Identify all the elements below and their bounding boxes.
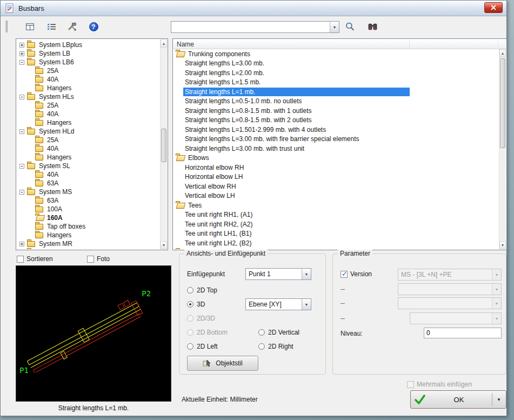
tree-item[interactable]: 40A (17, 75, 160, 84)
list-item[interactable]: Elbows (173, 154, 499, 163)
tree-item[interactable]: 40A (17, 144, 160, 153)
ok-button[interactable]: OK ▼ (410, 390, 506, 409)
checkbox-box[interactable] (407, 381, 414, 388)
tree-item[interactable]: System SCB (17, 248, 160, 249)
tree-item[interactable]: System HLd (17, 127, 160, 136)
toolbar-grip-handle[interactable] (5, 21, 8, 32)
tree-item[interactable]: Hangers (17, 118, 160, 127)
tree-item[interactable]: 25A (17, 136, 160, 144)
tree-expander-icon[interactable] (19, 60, 24, 65)
tree-item[interactable]: System LBplus (17, 41, 160, 49)
tree-item[interactable]: Hangers (17, 153, 160, 162)
search-icon[interactable] (344, 21, 355, 32)
tree-scrollbar[interactable]: ▲ ▼ (160, 39, 167, 249)
list-item[interactable]: Straight lengths L=1.501-2.999 mb. with … (173, 125, 499, 135)
sortieren-checkbox[interactable]: Sortieren (17, 255, 53, 263)
tree-item[interactable]: Hangers (17, 231, 160, 239)
scroll-up-icon[interactable]: ▲ (161, 39, 167, 48)
radio-circle[interactable] (187, 301, 193, 308)
scroll-down-icon[interactable]: ▼ (499, 241, 506, 249)
tree-scroll-thumb[interactable] (161, 129, 166, 162)
tree-item[interactable]: System LB6 (17, 58, 160, 66)
list-scrollbar[interactable]: ▲ ▼ (499, 49, 506, 249)
chevron-down-icon[interactable]: ▼ (302, 269, 311, 279)
scroll-up-icon[interactable]: ▲ (499, 49, 506, 57)
radio-3d[interactable]: 3D (187, 301, 205, 308)
title-bar[interactable]: Busbars (1, 1, 506, 16)
list-scroll-thumb[interactable] (500, 58, 505, 148)
panel-icon[interactable] (24, 21, 35, 32)
search-combobox[interactable]: ▼ (171, 21, 339, 33)
tree-item[interactable]: 40A (17, 110, 160, 118)
tree-item[interactable]: 25A (17, 66, 160, 75)
checkbox-box[interactable] (87, 256, 94, 263)
list-item[interactable]: Vertical elbow RH (173, 182, 499, 191)
column-header-name[interactable]: Name (173, 39, 410, 49)
foto-checkbox[interactable]: Foto (87, 255, 110, 263)
list-item[interactable]: Trunking components (173, 49, 499, 59)
list-item[interactable]: Horizontal elbow LH (173, 172, 499, 182)
tree-expander-icon[interactable] (19, 164, 24, 169)
tree-item[interactable]: 40A (17, 170, 160, 179)
radio-circle[interactable] (258, 329, 265, 336)
radio-2d-vertical[interactable]: 2D Vertical (258, 329, 299, 336)
list-item[interactable]: Tee unit right LH1, (B1) (173, 229, 499, 239)
radio-circle[interactable] (187, 287, 193, 294)
radio-2d-right[interactable]: 2D Right (258, 343, 293, 350)
ok-dropdown-arrow-icon[interactable]: ▼ (495, 397, 503, 402)
tree-item[interactable]: Tap off boxes (17, 222, 160, 231)
list-item[interactable]: Vertical elbow LH (173, 191, 499, 201)
list-item[interactable]: Straight lengths L=1.5 mb. (173, 78, 499, 88)
tree-expander-icon[interactable] (19, 242, 24, 246)
list-scroll-track[interactable] (499, 57, 506, 241)
list-item[interactable]: Crosses (173, 248, 499, 250)
checkbox-box[interactable] (17, 256, 24, 263)
radio-circle[interactable] (187, 343, 193, 350)
tree-expander-icon[interactable] (19, 129, 24, 134)
tree-expander-icon[interactable] (19, 190, 24, 195)
tree-item[interactable]: 25A (17, 101, 160, 110)
list-view-icon[interactable] (46, 21, 57, 32)
tree-item[interactable]: System MR (17, 239, 160, 248)
column-header-extra[interactable] (410, 39, 498, 49)
list-item[interactable]: Tee unit right RH1, (A1) (173, 210, 499, 220)
version-checkbox[interactable]: Version (341, 270, 372, 278)
list-item[interactable]: Straight lengths L=0.5-1.0 mb. no outlet… (173, 97, 499, 106)
tree-scroll-track[interactable] (161, 48, 167, 241)
search-input[interactable] (171, 22, 330, 32)
tree-expander-icon[interactable] (19, 95, 24, 99)
list-item[interactable]: Tee unit right RH2, (A2) (173, 219, 499, 229)
objektstil-button[interactable]: Objektstil (187, 356, 258, 371)
radio-2d-top[interactable]: 2D Top (187, 286, 217, 294)
list-item[interactable]: Tee unit right LH2, (B2) (173, 238, 499, 248)
binoculars-icon[interactable] (367, 21, 378, 32)
list-item[interactable]: Straight lengths L=3.00 mb. with fire ba… (173, 135, 499, 144)
tree-item[interactable]: System HLs (17, 92, 160, 101)
chevron-down-icon[interactable]: ▼ (330, 22, 339, 32)
list-item[interactable]: Straight lengths L=0.8-1.5 mb. with 1 ou… (173, 106, 499, 116)
tree-item[interactable]: 160A (17, 214, 160, 222)
tree-item[interactable]: System LB (17, 49, 160, 58)
list-item[interactable]: Horizontal elbow RH (173, 163, 499, 172)
tree-item[interactable]: 100A (17, 205, 160, 214)
radio-circle[interactable] (258, 343, 265, 350)
tree-item[interactable]: 63A (17, 179, 160, 188)
help-icon[interactable]: ? (88, 21, 99, 32)
list-item[interactable]: Straight lengths L=0.8-1.5 mb. with 2 ou… (173, 116, 499, 125)
niveau-input[interactable] (424, 328, 502, 338)
tools-icon[interactable] (66, 21, 77, 32)
tree-item[interactable]: System MS (17, 188, 160, 196)
einfuegepunkt-dropdown[interactable]: Punkt 1 ▼ (245, 268, 311, 280)
list-item[interactable]: Straight lengths L=3.00 mb. with trust u… (173, 144, 499, 154)
tree-item[interactable]: Hangers (17, 84, 160, 92)
list-item[interactable]: Straight lengths L=3.00 mb. (173, 59, 499, 69)
radio-2d-left[interactable]: 2D Left (187, 343, 218, 350)
ebene-dropdown[interactable]: Ebene [XY] ▼ (245, 298, 311, 310)
mehrmals-einfuegen-checkbox[interactable]: Mehrmals einfügen (407, 381, 472, 388)
list-item[interactable]: Straight lengths L=1 mb. (173, 87, 499, 97)
list-item[interactable]: Tees (173, 201, 499, 210)
checkbox-box[interactable] (341, 271, 348, 278)
tree-expander-icon[interactable] (19, 51, 24, 56)
close-button[interactable] (484, 2, 503, 13)
tree-expander-icon[interactable] (19, 43, 24, 48)
